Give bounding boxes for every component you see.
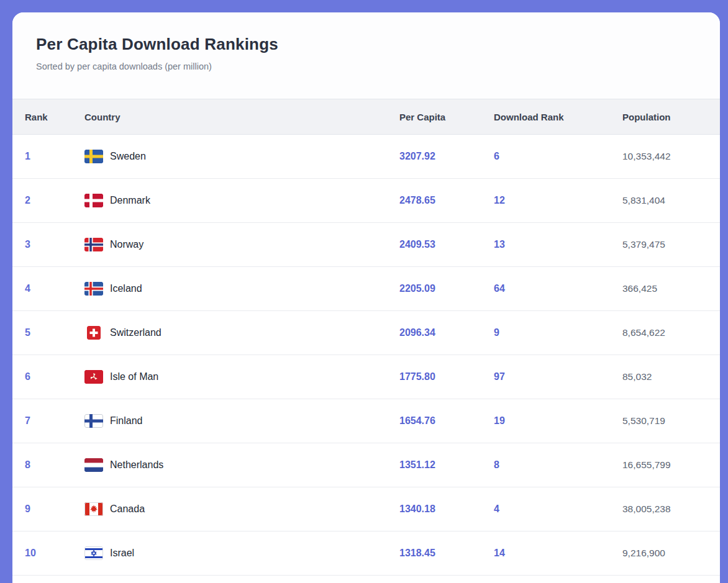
country-cell: Netherlands [84, 443, 399, 487]
country-name: Israel [110, 548, 134, 559]
country-name: Finland [110, 415, 142, 427]
rank-cell: 3 [12, 223, 84, 267]
table-row: 7Finland1654.76195,530,719 [12, 399, 720, 443]
country-cell: Sweden [84, 135, 399, 179]
country-cell: Switzerland [84, 311, 399, 355]
table-row: 2Denmark2478.65125,831,404 [12, 179, 720, 223]
country-cell: Norway [84, 223, 399, 267]
column-header-rank[interactable]: Rank [12, 99, 84, 135]
per-capita-value: 2409.53 [399, 223, 494, 267]
per-capita-value: 2096.34 [399, 311, 494, 355]
download-rank-value: 8 [494, 443, 622, 487]
country-cell: Israel [84, 531, 399, 576]
download-rank-value: 6 [494, 135, 622, 179]
per-capita-value: 2478.65 [399, 179, 494, 223]
population-value: 10,353,442 [622, 135, 720, 179]
column-header-download-rank[interactable]: Download Rank [494, 99, 622, 135]
download-rank-value: 97 [494, 355, 622, 399]
country-name: Switzerland [110, 327, 162, 338]
country-cell: Isle of Man [84, 355, 399, 399]
rankings-table: Rank Country Per Capita Download Rank Po… [12, 99, 720, 576]
per-capita-value: 3207.92 [399, 135, 494, 179]
table-body: 1Sweden3207.92610,353,4422Denmark2478.65… [12, 135, 720, 576]
population-value: 8,654,622 [622, 311, 720, 355]
norway-flag-icon [84, 238, 103, 251]
canada-flag-icon [84, 502, 103, 516]
sweden-flag-icon [84, 150, 103, 163]
table-row: 3Norway2409.53135,379,475 [12, 223, 720, 267]
isle-of-man-flag-icon [84, 370, 103, 384]
rank-cell: 10 [12, 531, 84, 576]
per-capita-value: 1351.12 [399, 443, 494, 487]
population-value: 16,655,799 [622, 443, 720, 487]
table-row: 5Switzerland2096.3498,654,622 [12, 311, 720, 355]
download-rank-value: 13 [494, 223, 622, 267]
population-value: 5,530,719 [622, 399, 720, 443]
finland-flag-icon [84, 414, 103, 428]
netherlands-flag-icon [84, 458, 103, 472]
card-header: Per Capita Download Rankings Sorted by p… [12, 12, 720, 99]
table-row: 8Netherlands1351.12816,655,799 [12, 443, 720, 487]
country-name: Canada [110, 504, 145, 515]
country-name: Iceland [110, 283, 142, 294]
israel-flag-icon [84, 546, 103, 560]
table-header: Rank Country Per Capita Download Rank Po… [12, 99, 720, 135]
population-value: 5,379,475 [622, 223, 720, 267]
country-name: Netherlands [110, 459, 163, 471]
rank-cell: 6 [12, 355, 84, 399]
rank-cell: 9 [12, 487, 84, 531]
rank-cell: 1 [12, 135, 84, 179]
page-background: { "card": { "title": "Per Capita Downloa… [0, 0, 728, 583]
table-row: 4Iceland2205.0964366,425 [12, 267, 720, 311]
table-row: 6Isle of Man1775.809785,032 [12, 355, 720, 399]
page-title: Per Capita Download Rankings [36, 35, 696, 53]
population-value: 9,216,900 [622, 531, 720, 576]
country-name: Sweden [110, 151, 146, 162]
per-capita-value: 1775.80 [399, 355, 494, 399]
column-header-country[interactable]: Country [84, 99, 399, 135]
download-rank-value: 64 [494, 267, 622, 311]
per-capita-value: 1318.45 [399, 531, 494, 576]
rank-cell: 7 [12, 399, 84, 443]
switzerland-flag-icon [84, 326, 103, 340]
rank-cell: 8 [12, 443, 84, 487]
country-cell: Iceland [84, 267, 399, 311]
per-capita-value: 1340.18 [399, 487, 494, 531]
download-rank-value: 19 [494, 399, 622, 443]
rank-cell: 2 [12, 179, 84, 223]
country-cell: Canada [84, 487, 399, 531]
denmark-flag-icon [84, 194, 103, 207]
population-value: 366,425 [622, 267, 720, 311]
download-rank-value: 12 [494, 179, 622, 223]
population-value: 38,005,238 [622, 487, 720, 531]
rank-cell: 4 [12, 267, 84, 311]
download-rank-value: 4 [494, 487, 622, 531]
table-row: 9Canada1340.18438,005,238 [12, 487, 720, 531]
country-cell: Denmark [84, 179, 399, 223]
rank-cell: 5 [12, 311, 84, 355]
download-rank-value: 14 [494, 531, 622, 576]
country-name: Isle of Man [110, 371, 158, 382]
population-value: 5,831,404 [622, 179, 720, 223]
population-value: 85,032 [622, 355, 720, 399]
per-capita-value: 1654.76 [399, 399, 494, 443]
iceland-flag-icon [84, 282, 103, 296]
country-cell: Finland [84, 399, 399, 443]
column-header-per-capita[interactable]: Per Capita [399, 99, 494, 135]
table-row: 10Israel1318.45149,216,900 [12, 531, 720, 576]
download-rank-value: 9 [494, 311, 622, 355]
rankings-card: Per Capita Download Rankings Sorted by p… [12, 12, 720, 583]
page-subtitle: Sorted by per capita downloads (per mill… [36, 61, 696, 72]
column-header-population[interactable]: Population [622, 99, 720, 135]
table-row: 1Sweden3207.92610,353,442 [12, 135, 720, 179]
country-name: Denmark [110, 195, 150, 206]
per-capita-value: 2205.09 [399, 267, 494, 311]
country-name: Norway [110, 239, 143, 250]
